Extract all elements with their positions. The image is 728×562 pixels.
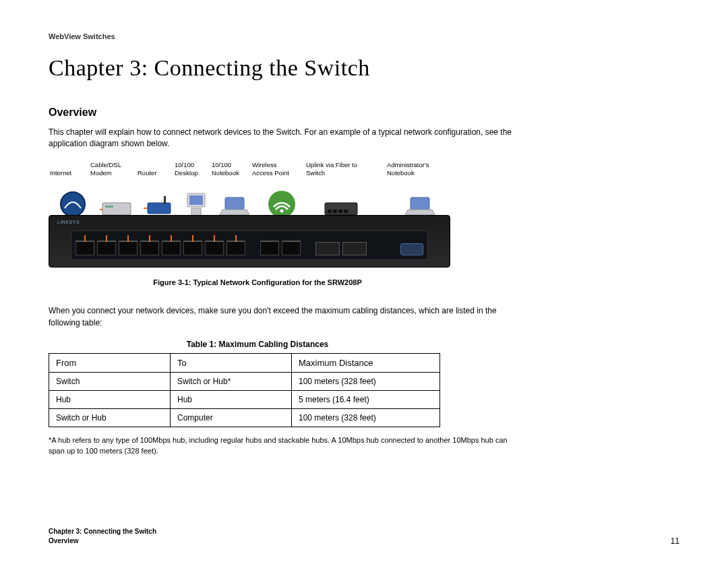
table-title: Table 1: Maximum Cabling Distances <box>49 340 466 349</box>
switch-port <box>75 241 94 255</box>
switch-port <box>97 241 116 255</box>
switch-port <box>119 241 138 255</box>
label-line2: Desktop <box>175 169 209 177</box>
table-cell: Switch <box>49 373 171 391</box>
table-cell: Hub <box>171 391 292 409</box>
svg-rect-18 <box>344 210 348 213</box>
switch-sfp-slot <box>342 242 367 255</box>
table-row: Hub Hub 5 meters (16.4 feet) <box>49 391 440 409</box>
table-row: Switch or Hub Computer 100 meters (328 f… <box>49 409 440 427</box>
switch-port <box>226 241 245 255</box>
switch-serial-port <box>400 243 423 255</box>
switch-port-gig <box>282 241 301 255</box>
after-figure-paragraph: When you connect your network devices, m… <box>49 305 520 329</box>
label-line1: Cable/DSL <box>90 161 135 169</box>
table-header: Maximum Distance <box>292 354 440 373</box>
table-header-row: From To Maximum Distance <box>49 354 440 373</box>
label-line1: Uplink via Fiber to <box>306 161 384 169</box>
switch-sfp-slot <box>315 242 340 255</box>
running-header: WebView Switches <box>49 32 679 40</box>
label-line1: Wireless <box>252 161 303 169</box>
chapter-title: Chapter 3: Connecting the Switch <box>49 55 679 81</box>
label-line1: 10/100 <box>175 161 209 169</box>
table-footnote: *A hub refers to any type of 100Mbps hub… <box>49 435 520 457</box>
network-diagram: Internet Cable/DSLModem Router 10/100Des… <box>49 161 679 268</box>
label-line2: Notebook <box>212 169 249 177</box>
switch-port <box>162 241 181 255</box>
table-cell: Switch or Hub <box>49 409 171 427</box>
intro-paragraph: This chapter will explain how to connect… <box>49 127 520 150</box>
label-line2: Router <box>138 169 172 177</box>
svg-rect-19 <box>411 197 429 210</box>
table-cell: 100 meters (328 feet) <box>292 409 440 427</box>
table-cell: 100 meters (328 feet) <box>292 373 440 391</box>
svg-rect-2 <box>102 203 131 215</box>
page-number: 11 <box>671 536 679 546</box>
table-cell: Switch or Hub* <box>171 373 292 391</box>
svg-rect-15 <box>328 210 332 213</box>
svg-rect-3 <box>105 206 113 208</box>
table-header: To <box>171 354 292 373</box>
switch-port <box>183 241 202 255</box>
svg-rect-6 <box>164 196 166 204</box>
label-line1: Administrator's <box>387 161 445 169</box>
svg-rect-16 <box>333 210 337 213</box>
footer-section: Overview <box>49 536 156 546</box>
label-line1: 10/100 <box>212 161 249 169</box>
switch-device-image: LINKSYS <box>49 215 450 268</box>
svg-point-12 <box>268 191 295 218</box>
table-cell: 5 meters (16.4 feet) <box>292 391 440 409</box>
svg-rect-11 <box>225 197 244 210</box>
label-line2: Switch <box>306 169 384 177</box>
label-line2: Notebook <box>387 169 445 177</box>
label-line2: Internet <box>50 169 88 177</box>
page-footer: Chapter 3: Connecting the Switch Overvie… <box>49 527 679 546</box>
switch-port-gig <box>260 241 279 255</box>
svg-rect-14 <box>325 203 357 215</box>
switch-port <box>140 241 159 255</box>
figure-caption: Figure 3-1: Typical Network Configuratio… <box>49 278 466 286</box>
svg-rect-17 <box>338 210 342 213</box>
table-cell: Hub <box>49 391 171 409</box>
diagram-icons <box>49 180 679 219</box>
table-cell: Computer <box>171 409 292 427</box>
svg-rect-9 <box>189 195 203 205</box>
switch-port <box>205 241 224 255</box>
svg-rect-5 <box>148 203 171 214</box>
table-header: From <box>49 354 171 373</box>
label-line2: Modem <box>90 169 135 177</box>
table-row: Switch Switch or Hub* 100 meters (328 fe… <box>49 373 440 391</box>
footer-chapter: Chapter 3: Connecting the Switch <box>49 527 156 536</box>
label-line2: Access Point <box>252 169 303 177</box>
switch-brand-label: LINKSYS <box>57 220 80 224</box>
svg-point-13 <box>280 210 284 213</box>
cabling-distance-table: From To Maximum Distance Switch Switch o… <box>49 353 440 427</box>
section-heading-overview: Overview <box>49 106 679 119</box>
diagram-label-row: Internet Cable/DSLModem Router 10/100Des… <box>49 161 679 178</box>
